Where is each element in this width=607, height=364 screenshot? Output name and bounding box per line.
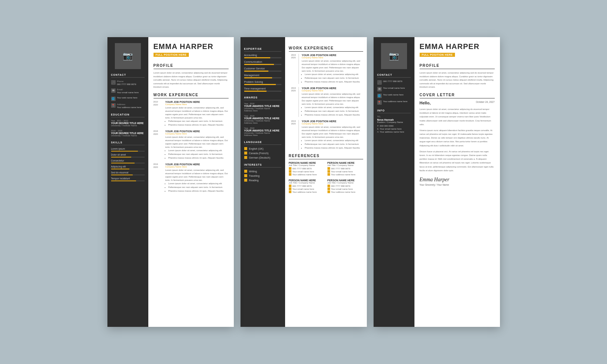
awards-item: Year , 2018 YOUR AWARDS TITLE HERE Unive… [244,103,281,112]
cv-work-body: YOUR JOB POSITION HERE Company Name Here… [300,54,363,84]
cover-hello: Hello, [420,101,431,105]
awards-address: Address Here [244,134,281,136]
cover-phone-icon: 📞 [377,80,382,85]
cv-job-title: YOUR JOB POSITION HERE [302,54,363,56]
cover-to-label: TO, [377,116,411,118]
reference-item: PERSON NAME HERE Job Title / Company Nam… [327,179,363,194]
web-item: 🌐 Your web name here [111,96,145,101]
ref-address: Your address name here [327,191,363,193]
cv-card: EXPERTISE Accounting Communication Custo… [240,37,367,327]
cover-to-email-label: E: [377,128,380,130]
cover-to-phone-label: P: [377,125,380,127]
ref-email: Your email name here [327,170,363,173]
cover-to-address-label: A: [377,131,380,133]
skill-name: Tempor incididunt [111,177,145,180]
awards-item: Year , 2018 YOUR AWARDS TITLE HERE Unive… [244,127,281,136]
skill-name: Dolor sit amet [111,153,145,156]
expertise-title: EXPERTISE [244,48,281,52]
work-desc: Lorem ipsum dolor sit amet, consectetur … [165,136,229,149]
page-wrapper: 📷 CONTACT 📞 Phone: 000 7777 888 9879 ✉ E… [93,15,515,349]
language-item: German (Deutsch) [244,156,281,159]
cover-sincerely: Your Sincerely / Your Name [420,183,495,186]
expertise-item: Management [244,74,281,78]
cv-work-bullets: Lorem ipsum dolor sit amet, consectetur … [302,139,363,150]
ref-title: Job Title / Company Name [289,164,325,166]
skills-list: Lorem ipsum Dolor sit amet Consectetur A… [111,147,145,181]
interest-item: Writing [244,170,281,173]
ref-address-icon [289,173,291,176]
expertise-bar-bg [244,71,281,72]
ref-title: Job Title / Company Name [327,164,363,166]
expertise-label: Customer Service [244,67,281,70]
cv-sidebar: EXPERTISE Accounting Communication Custo… [240,37,285,327]
cover-card: 📷 CONTACT 📞 000 7777 888 9879 ✉ Your ema… [374,37,500,327]
cv-year-badge: 20192020 [289,87,297,92]
skill-bar-bg [111,175,145,175]
ref-email-icon [289,170,291,173]
work-company: Company Name Here [165,166,229,168]
expertise-label: Problem Solving [244,81,281,83]
cover-body-1: Lorem ipsum dolor sit amet, consectetur … [420,107,495,126]
edu-degree-1: YOUR DEGREE TITLE HERE [111,122,145,124]
cover-signature: Emma Harper [420,177,495,183]
education-title: EDUCATION [111,113,145,117]
expertise-item: Customer Service [244,67,281,72]
resume-photo: 📷 [115,43,141,69]
phone-label: Phone: [117,80,136,83]
edu-item-2: 2018 – 2020 YOUR DEGREE TITLE HERE Unive… [111,130,145,137]
work-section-title: WORK EXPERIENCE [154,93,229,98]
edu-institute-1: University / Institute Name [111,124,145,127]
camera-icon: 📷 [123,51,133,61]
expertise-bar-bg [244,57,281,58]
expertise-bar-bg [244,77,281,78]
work-bullets: Pellentesque nec nam alquam sem torto. I… [165,120,229,127]
cover-profile-title: PROFILE [420,64,495,69]
expertise-bar-bg [244,91,281,92]
cover-contact-title: CONTACT [377,74,411,78]
cv-job-title: YOUR JOB POSITION HERE [302,87,363,90]
ref-email-icon [289,188,291,190]
contact-title: CONTACT [111,74,145,78]
cover-sidebar: 📷 CONTACT 📞 000 7777 888 9879 ✉ Your ema… [374,37,414,327]
lang-dot [244,156,247,159]
cv-work-item: 20192020 YOUR JOB POSITION HERE Company … [289,87,363,117]
skill-bar-bg [111,151,145,152]
expertise-label: Communication [244,61,281,63]
cover-web-item: 🌐 Your web name here [377,93,411,98]
work-bullets: Lorem ipsum dolor sit amet, consectetur … [165,149,229,160]
cv-job-title: YOUR JOB POSITION HERE [302,120,363,123]
cover-camera-icon: 📷 [389,51,399,61]
awards-item: Year , 2018 YOUR AWARDS TITLE HERE Unive… [244,115,281,124]
email-item: ✉ Email: Your email name here [111,88,145,94]
cover-phone-value: 000 7777 888 9879 [383,80,403,83]
phone-value: 000 7777 888 9879 [117,83,136,86]
work-company: Company Name Here [165,103,229,105]
cv-year-line [298,120,299,150]
cv-work-bullets: Lorem ipsum dolor sit amet, consectetur … [302,106,363,117]
skill-bar-fill [111,163,135,163]
work-desc: Lorem ipsum dolor sit amet, consectetur … [165,106,229,120]
cover-date: October 24, 2027 [476,101,494,103]
awards-title: YOUR AWARDS TITLE HERE [244,117,281,120]
cover-address-value: Your address name here [383,100,408,103]
work-header: 20182020 YOUR JOB POSITION HERE Company … [154,130,229,160]
phone-item: 📞 Phone: 000 7777 888 9879 [111,80,145,86]
address-item: 📍 Address: Your address name here [111,103,145,109]
ref-email-icon [327,188,330,190]
edu-degree-2: YOUR DEGREE TITLE HERE [111,132,145,134]
skills-title: SKILLS [111,141,145,145]
work-year: 20102020 [154,101,163,106]
cv-work-list: 20192020 YOUR JOB POSITION HERE Company … [289,54,363,150]
expertise-bar-fill [244,64,274,65]
cv-work-desc: Lorem ipsum dolor sit amet, consectetur … [302,126,363,139]
language-item: Canada (French) [244,152,281,155]
email-value: Your email name here [117,91,139,94]
cover-email-icon: ✉ [377,87,382,91]
work-year: 20192020 [154,163,163,169]
cover-address-item: 📍 Your address name here [377,100,411,105]
work-job-title: YOUR JOB POSITION HERE [165,101,229,103]
ref-title: Job Title / Company Name [289,182,325,184]
skill-bar-fill [111,157,131,157]
reference-item: PERSON NAME HERE Job Title / Company Nam… [289,162,325,176]
ref-address-icon [327,191,330,193]
